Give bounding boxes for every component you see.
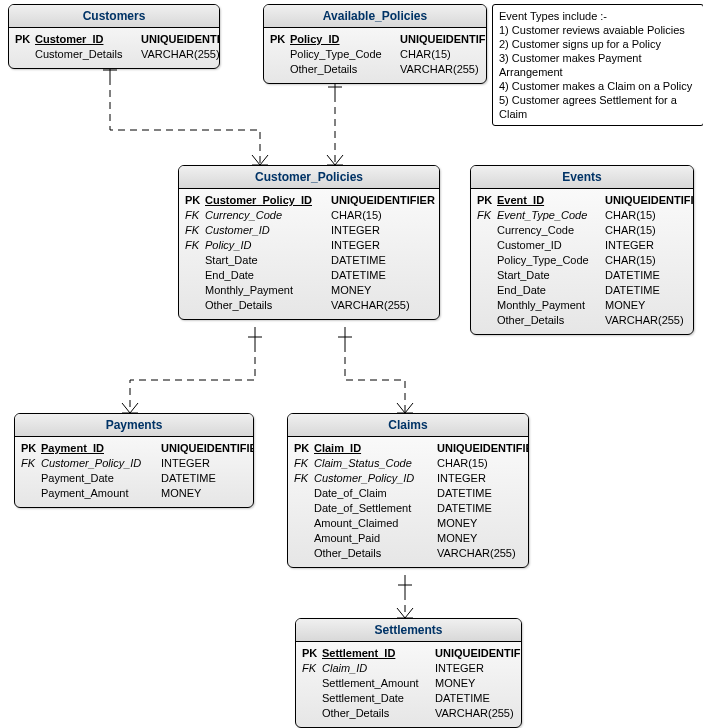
entity-title: Events bbox=[471, 166, 693, 189]
column-row: Start_DateDATETIME bbox=[185, 253, 433, 268]
key-indicator: FK bbox=[21, 456, 41, 471]
entity-title: Settlements bbox=[296, 619, 521, 642]
key-indicator: FK bbox=[294, 471, 314, 486]
entity-body: PKCustomer_Policy_IDUNIQUEIDENTIFIERFKCu… bbox=[179, 189, 439, 319]
column-type: INTEGER bbox=[437, 471, 486, 486]
column-row: PKPolicy_IDUNIQUEIDENTIFIER bbox=[270, 32, 480, 47]
column-name: Payment_Date bbox=[41, 471, 161, 486]
column-name: Customer_Policy_ID bbox=[205, 193, 331, 208]
column-type: CHAR(15) bbox=[331, 208, 382, 223]
entity-customers: Customers PKCustomer_IDUNIQUEIDENTIFIERC… bbox=[8, 4, 220, 69]
entity-payments: Payments PKPayment_IDUNIQUEIDENTIFIERFKC… bbox=[14, 413, 254, 508]
column-type: VARCHAR(255) bbox=[437, 546, 516, 561]
column-row: FKCustomer_Policy_IDINTEGER bbox=[294, 471, 522, 486]
entity-body: PKClaim_IDUNIQUEIDENTIFIERFKClaim_Status… bbox=[288, 437, 528, 567]
column-row: Policy_Type_CodeCHAR(15) bbox=[270, 47, 480, 62]
column-row: Payment_AmountMONEY bbox=[21, 486, 247, 501]
column-name: Claim_Status_Code bbox=[314, 456, 437, 471]
column-row: Currency_CodeCHAR(15) bbox=[477, 223, 687, 238]
column-row: Other_DetailsVARCHAR(255) bbox=[477, 313, 687, 328]
entity-title: Customers bbox=[9, 5, 219, 28]
column-row: Start_DateDATETIME bbox=[477, 268, 687, 283]
column-type: VARCHAR(255) bbox=[435, 706, 514, 721]
column-type: MONEY bbox=[437, 531, 477, 546]
column-name: Policy_ID bbox=[290, 32, 400, 47]
entity-title: Customer_Policies bbox=[179, 166, 439, 189]
column-row: FKClaim_IDINTEGER bbox=[302, 661, 515, 676]
column-row: Monthly_PaymentMONEY bbox=[185, 283, 433, 298]
column-name: Policy_ID bbox=[205, 238, 331, 253]
key-indicator: PK bbox=[185, 193, 205, 208]
column-name: Payment_Amount bbox=[41, 486, 161, 501]
entity-body: PKSettlement_IDUNIQUEIDENTIFIERFKClaim_I… bbox=[296, 642, 521, 727]
column-row: FKEvent_Type_CodeCHAR(15) bbox=[477, 208, 687, 223]
column-name: Claim_ID bbox=[322, 661, 435, 676]
column-row: PKPayment_IDUNIQUEIDENTIFIER bbox=[21, 441, 247, 456]
column-type: DATETIME bbox=[331, 253, 386, 268]
column-name: Start_Date bbox=[497, 268, 605, 283]
key-indicator: FK bbox=[294, 456, 314, 471]
key-indicator: PK bbox=[21, 441, 41, 456]
entity-body: PKEvent_IDUNIQUEIDENTIFIERFKEvent_Type_C… bbox=[471, 189, 693, 334]
column-name: Payment_ID bbox=[41, 441, 161, 456]
column-name: Other_Details bbox=[205, 298, 331, 313]
column-name: Settlement_ID bbox=[322, 646, 435, 661]
key-indicator: FK bbox=[477, 208, 497, 223]
column-type: UNIQUEIDENTIFIER bbox=[437, 441, 529, 456]
column-name: End_Date bbox=[205, 268, 331, 283]
column-row: Other_DetailsVARCHAR(255) bbox=[294, 546, 522, 561]
entity-events: Events PKEvent_IDUNIQUEIDENTIFIERFKEvent… bbox=[470, 165, 694, 335]
entity-title: Payments bbox=[15, 414, 253, 437]
column-name: Date_of_Settlement bbox=[314, 501, 437, 516]
column-type: DATETIME bbox=[435, 691, 490, 706]
column-name: Customer_Policy_ID bbox=[41, 456, 161, 471]
column-row: PKSettlement_IDUNIQUEIDENTIFIER bbox=[302, 646, 515, 661]
column-name: Customer_ID bbox=[35, 32, 141, 47]
column-type: DATETIME bbox=[605, 283, 660, 298]
column-type: INTEGER bbox=[435, 661, 484, 676]
column-type: UNIQUEIDENTIFIER bbox=[161, 441, 254, 456]
column-name: Customer_ID bbox=[205, 223, 331, 238]
column-name: Other_Details bbox=[290, 62, 400, 77]
column-type: INTEGER bbox=[605, 238, 654, 253]
column-row: Settlement_DateDATETIME bbox=[302, 691, 515, 706]
column-name: Settlement_Date bbox=[322, 691, 435, 706]
column-type: MONEY bbox=[331, 283, 371, 298]
column-type: DATETIME bbox=[161, 471, 216, 486]
column-type: UNIQUEIDENTIFIER bbox=[400, 32, 487, 47]
column-type: DATETIME bbox=[437, 501, 492, 516]
note-line: 3) Customer makes Payment Arrangement bbox=[499, 51, 697, 79]
column-row: Date_of_SettlementDATETIME bbox=[294, 501, 522, 516]
column-name: Settlement_Amount bbox=[322, 676, 435, 691]
column-row: FKCurrency_CodeCHAR(15) bbox=[185, 208, 433, 223]
key-indicator: PK bbox=[15, 32, 35, 47]
column-name: Customer_Policy_ID bbox=[314, 471, 437, 486]
column-name: Claim_ID bbox=[314, 441, 437, 456]
column-name: Policy_Type_Code bbox=[497, 253, 605, 268]
column-type: INTEGER bbox=[161, 456, 210, 471]
column-type: UNIQUEIDENTIFIER bbox=[435, 646, 522, 661]
key-indicator: FK bbox=[302, 661, 322, 676]
column-name: Customer_Details bbox=[35, 47, 141, 62]
column-type: CHAR(15) bbox=[400, 47, 451, 62]
column-name: Other_Details bbox=[497, 313, 605, 328]
key-indicator: PK bbox=[294, 441, 314, 456]
column-type: MONEY bbox=[437, 516, 477, 531]
column-row: PKClaim_IDUNIQUEIDENTIFIER bbox=[294, 441, 522, 456]
column-name: Other_Details bbox=[322, 706, 435, 721]
note-line: 2) Customer signs up for a Policy bbox=[499, 37, 697, 51]
key-indicator: PK bbox=[270, 32, 290, 47]
column-row: Monthly_PaymentMONEY bbox=[477, 298, 687, 313]
column-type: VARCHAR(255) bbox=[141, 47, 220, 62]
column-row: FKCustomer_IDINTEGER bbox=[185, 223, 433, 238]
column-row: Policy_Type_CodeCHAR(15) bbox=[477, 253, 687, 268]
column-type: MONEY bbox=[161, 486, 201, 501]
column-type: CHAR(15) bbox=[605, 253, 656, 268]
column-type: DATETIME bbox=[605, 268, 660, 283]
column-name: Other_Details bbox=[314, 546, 437, 561]
entity-claims: Claims PKClaim_IDUNIQUEIDENTIFIERFKClaim… bbox=[287, 413, 529, 568]
entity-body: PKCustomer_IDUNIQUEIDENTIFIERCustomer_De… bbox=[9, 28, 219, 68]
column-row: Payment_DateDATETIME bbox=[21, 471, 247, 486]
column-row: End_DateDATETIME bbox=[477, 283, 687, 298]
column-row: PKCustomer_Policy_IDUNIQUEIDENTIFIER bbox=[185, 193, 433, 208]
